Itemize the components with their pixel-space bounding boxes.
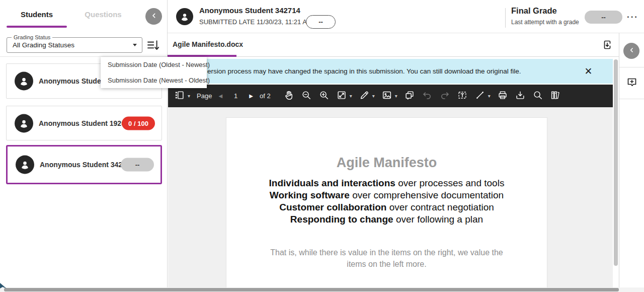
highlighter-pen-icon: [359, 90, 370, 103]
horizontal-scrollbar[interactable]: [4, 288, 619, 291]
document-page: Agile Manifesto Individuals and interact…: [226, 117, 547, 287]
zoom-in-icon: [318, 90, 330, 103]
page-total: of 2: [260, 92, 271, 100]
image-stamp-icon: [381, 90, 392, 103]
chevron-down-icon[interactable]: ▾: [372, 93, 375, 99]
chevron-down-icon[interactable]: ▾: [488, 93, 491, 99]
final-grade-subtitle: Last attempt with a grade: [511, 19, 579, 26]
text-box-icon: [457, 90, 468, 103]
menu-item-oldest-newest[interactable]: Submission Date (Oldest - Newest): [101, 57, 207, 72]
final-grade-title: Final Grade: [511, 6, 557, 16]
pdf-toolbar: ▾ Page ◀ 1 ▶ of 2 ▾ ▾ ▾ ▾: [168, 85, 613, 107]
student-row[interactable]: Anonymous Student 192034 0 / 100: [6, 106, 162, 140]
page-label: Page: [197, 92, 212, 100]
add-comment-button[interactable]: [626, 76, 638, 88]
undo-button[interactable]: [422, 90, 433, 103]
collapse-panel-button[interactable]: [623, 43, 639, 59]
pan-hand-icon: [283, 90, 294, 103]
zoom-in-button[interactable]: [318, 90, 330, 103]
chevron-down-icon[interactable]: ▾: [188, 93, 190, 99]
tab-students[interactable]: Students: [7, 10, 67, 19]
final-grade-pill[interactable]: --: [585, 11, 622, 24]
fit-to-page-icon: [336, 90, 347, 103]
page-thumbnails-icon: [174, 90, 185, 103]
tab-questions[interactable]: Questions: [73, 10, 133, 19]
cursor-artifact: [0, 282, 7, 291]
zoom-out-icon: [301, 90, 312, 103]
close-banner-button[interactable]: ✕: [582, 64, 595, 78]
search-button[interactable]: [532, 90, 543, 103]
sort-dropdown-menu: Submission Date (Oldest - Newest) Submis…: [101, 57, 207, 88]
download-file-icon: [601, 44, 613, 52]
manifesto-value: Responding to change over following a pl…: [290, 214, 483, 225]
manifesto-value: Working software over comprehensive docu…: [270, 190, 504, 200]
highlighter-pen-button[interactable]: [359, 90, 370, 103]
overflow-menu-button[interactable]: ···: [627, 12, 638, 22]
line-tool-button[interactable]: [474, 90, 486, 103]
page-number-input[interactable]: 1: [229, 92, 243, 100]
search-icon: [532, 90, 543, 103]
student-name: Anonymous Student 192034: [39, 119, 133, 127]
print-icon: [497, 90, 508, 103]
manifesto-value: Individuals and interactions over proces…: [269, 178, 505, 188]
redo-icon: [439, 90, 450, 103]
student-name: Anonymous Student 342714: [40, 161, 134, 169]
grading-status-value: All Grading Statuses: [13, 38, 74, 52]
sort-icon: [146, 45, 160, 54]
chevron-down-icon[interactable]: ▾: [395, 93, 397, 99]
manifesto-value: Customer collaboration over contract neg…: [279, 202, 494, 212]
chevron-left-icon: [150, 12, 158, 22]
annotation-side-panel: [619, 33, 644, 292]
conversion-notice-banner: ersion process may have changed the spac…: [168, 59, 613, 84]
zoom-out-button[interactable]: [301, 90, 312, 103]
close-icon: ✕: [585, 65, 593, 77]
print-button[interactable]: [497, 90, 508, 103]
menu-item-newest-oldest[interactable]: Submission Date (Newest - Oldest): [101, 72, 207, 88]
line-tool-icon: [474, 90, 486, 103]
document-tab-bar: Agile Manifesto.docx: [168, 33, 619, 57]
tab-agile-manifesto-docx[interactable]: Agile Manifesto.docx: [173, 40, 243, 48]
pan-button[interactable]: [283, 90, 294, 103]
avatar: [176, 8, 193, 25]
grading-status-select[interactable]: Grading Status All Grading Statuses: [7, 37, 142, 53]
banner-message: ersion process may have changed the spac…: [207, 59, 521, 84]
previous-page-button[interactable]: ◀: [218, 93, 222, 99]
download-file-button[interactable]: [601, 39, 613, 51]
redo-button[interactable]: [439, 90, 450, 103]
chevron-down-icon: [133, 44, 137, 46]
manifesto-closing: That is, while there is value in the ite…: [266, 247, 508, 270]
student-list-sidebar: Students Questions Grading Status All Gr…: [0, 0, 168, 292]
document-title: Agile Manifesto: [226, 155, 547, 171]
avatar: [15, 72, 33, 91]
grade-badge: 0 / 100: [122, 116, 155, 130]
duplicate-icon: [404, 90, 415, 103]
next-page-button[interactable]: ▶: [249, 93, 253, 99]
image-stamp-button[interactable]: [381, 90, 392, 103]
divider: [619, 67, 644, 67]
grade-badge: --: [121, 158, 154, 172]
vertical-scrollbar[interactable]: [614, 59, 618, 266]
page-thumbnails-button[interactable]: [174, 90, 185, 103]
horizontal-scrollbar-track: [0, 287, 644, 292]
attempt-grade-pill[interactable]: --: [306, 15, 336, 29]
duplicate-annotation-button[interactable]: [404, 90, 415, 103]
submission-status: SUBMITTED LATE 11/30/23, 11:21 AM: [199, 18, 312, 26]
chevron-left-icon: [628, 46, 635, 56]
fit-to-page-button[interactable]: [336, 90, 347, 103]
download-button[interactable]: [515, 90, 526, 103]
download-icon: [515, 90, 526, 103]
sort-button[interactable]: [146, 38, 160, 52]
divider: [505, 8, 506, 28]
page-overview-icon: [550, 90, 561, 103]
divider: [619, 99, 644, 99]
student-row-selected[interactable]: Anonymous Student 342714 --: [6, 145, 162, 184]
page-overview-button[interactable]: [550, 90, 561, 103]
document-body: Individuals and interactions over proces…: [266, 177, 508, 270]
avatar: [15, 114, 33, 132]
collapse-sidebar-button[interactable]: [145, 8, 162, 25]
text-box-button[interactable]: [457, 90, 468, 103]
chevron-down-icon[interactable]: ▾: [350, 93, 352, 99]
page-title-student-name: Anonymous Student 342714: [199, 6, 300, 15]
add-comment-icon: [626, 81, 638, 90]
undo-icon: [422, 90, 433, 103]
